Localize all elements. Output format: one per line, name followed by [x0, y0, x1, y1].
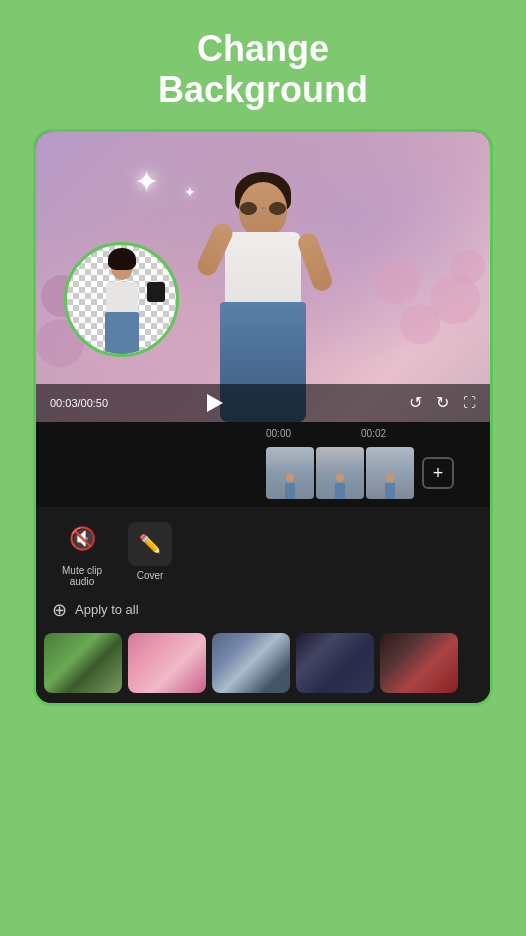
cover-icon-box: ✏️: [128, 522, 172, 566]
top: [225, 232, 301, 307]
thumb-person-1: [285, 473, 295, 499]
bg-thumb-1[interactable]: [44, 633, 122, 693]
add-clip-button[interactable]: +: [422, 457, 454, 489]
cp-jeans: [105, 312, 139, 356]
mute-icon: 🔇: [69, 526, 96, 552]
toolbar: 🔇 Mute clip audio ✏️ Cover: [36, 507, 490, 595]
circle-bg-preview: [64, 242, 179, 357]
undo-icon[interactable]: ↺: [409, 393, 422, 412]
timeline-thumb-2[interactable]: [316, 447, 364, 499]
cp-hair: [108, 248, 136, 270]
bg-thumb-3[interactable]: [212, 633, 290, 693]
bg-thumb-4[interactable]: [296, 633, 374, 693]
cp-bag: [147, 282, 165, 302]
time-display: 00:03/00:50: [50, 397, 108, 409]
cover-tool[interactable]: ✏️ Cover: [120, 522, 180, 581]
apply-all-label: Apply to all: [75, 602, 139, 617]
mute-label: Mute clip audio: [62, 565, 102, 587]
header-title: Change Background: [158, 28, 368, 111]
play-triangle-icon: [207, 394, 223, 412]
circle-person-content: [67, 245, 176, 354]
redo-icon[interactable]: ↻: [436, 393, 449, 412]
circle-person-figure: [87, 254, 157, 354]
main-subject: [193, 152, 333, 422]
cover-label: Cover: [137, 570, 164, 581]
bg-thumbnails-row: [36, 629, 490, 703]
cover-pencil-icon: ✏️: [139, 533, 161, 555]
app-card: ✦ ✦: [33, 129, 493, 706]
timeline-thumb-3[interactable]: [366, 447, 414, 499]
arm-right: [295, 230, 334, 293]
control-icons-group: ↺ ↻ ⛶: [409, 393, 476, 412]
mute-icon-wrap: 🔇: [60, 517, 104, 561]
thumb-person-2: [335, 473, 345, 499]
timeline-marker-end: 00:02: [361, 428, 386, 439]
layers-icon: ⊕: [52, 599, 67, 621]
video-preview: ✦ ✦: [36, 132, 490, 422]
cp-head: [111, 254, 133, 280]
timeline-marker-start: 00:00: [266, 428, 291, 439]
plus-icon: +: [433, 464, 444, 482]
cp-top: [106, 282, 138, 312]
video-controls-bar: 00:03/00:50 ↺ ↻ ⛶: [36, 384, 490, 422]
timeline-area: 00:00 00:02: [36, 422, 490, 507]
timeline-track: +: [36, 443, 490, 503]
sunglasses: [240, 202, 286, 215]
bg-thumb-2[interactable]: [128, 633, 206, 693]
timeline-thumbnails: +: [266, 447, 454, 499]
timeline-header: 00:00 00:02: [36, 428, 490, 443]
thumb-person-3: [385, 473, 395, 499]
fullscreen-icon[interactable]: ⛶: [463, 395, 476, 410]
play-button[interactable]: [199, 389, 227, 417]
bg-thumb-5[interactable]: [380, 633, 458, 693]
apply-all-row[interactable]: ⊕ Apply to all: [36, 595, 490, 629]
timeline-thumb-1[interactable]: [266, 447, 314, 499]
mute-tool[interactable]: 🔇 Mute clip audio: [52, 517, 112, 587]
